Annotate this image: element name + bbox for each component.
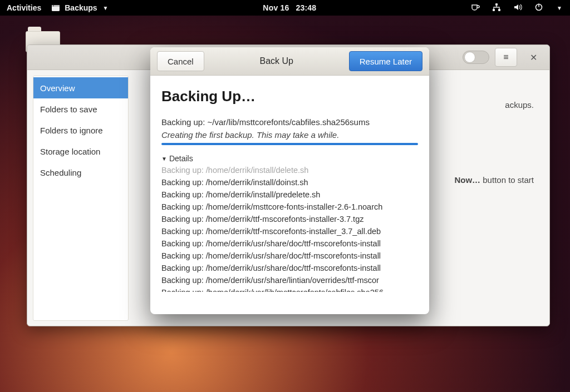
close-icon: ✕ [530,52,537,63]
log-line: Backing up: /home/derrik/msttcore-fonts-… [161,201,418,213]
active-app-label: Backups [65,3,97,12]
log-line: Backing up: /home/derrik/usr/share/doc/t… [161,237,418,250]
sidebar-item-scheduling[interactable]: Scheduling [33,162,128,183]
log-line: Backing up: /home/derrik/ttf-mscorefonts… [161,225,418,237]
power-icon[interactable] [534,3,543,13]
sidebar-item-overview[interactable]: Overview [33,77,128,98]
log-line: Backing up: /home/derrik/ttf-mscorefonts… [161,213,418,225]
status-line: Creating the first backup. This may take… [161,130,418,140]
cancel-button[interactable]: Cancel [157,51,204,71]
chevron-down-icon: ▼ [103,5,109,11]
dialog-heading: Backing Up… [161,88,418,105]
hamburger-menu-button[interactable]: ≡ [495,48,517,67]
network-icon[interactable] [492,3,501,13]
log-line: Backing up: /home/derrik/usr/share/doc/t… [161,250,418,262]
dialog-title: Back Up [260,56,293,66]
auto-backup-switch[interactable] [463,51,489,64]
log-line: Backing up: /home/derrik/usr/share/doc/t… [161,262,418,274]
log-line: Backing up: /home/derrik/install/doinst.… [161,176,418,188]
sidebar: Overview Folders to save Folders to igno… [33,76,129,321]
gnome-topbar: Activities Backups ▼ Nov 16 23:48 ▼ [0,0,570,16]
deja-dup-icon [51,3,60,12]
log-line: Backing up: /home/derrik/install/delete.… [161,164,418,176]
sidebar-item-folders-to-save[interactable]: Folders to save [33,98,128,120]
svg-rect-5 [498,9,500,11]
log-line: Backing up: /home/derrik/install/predele… [161,188,418,201]
current-file-line: Backing up: ~/var/lib/msttcorefonts/cabf… [161,117,418,127]
active-app-menu[interactable]: Backups ▼ [51,3,108,12]
activities-button[interactable]: Activities [7,3,41,12]
log-output: Backing up: /home/derrik/install/delete.… [161,164,418,292]
svg-rect-4 [493,9,495,11]
log-line: Backing up: /home/derrik/usr/share/linti… [161,274,418,286]
details-label: Details [169,154,193,163]
progress-bar [161,143,418,145]
resume-later-button[interactable]: Resume Later [349,51,422,71]
log-line: Backing up: /home/derrik/var/lib/msttcor… [161,286,418,292]
sidebar-item-storage-location[interactable]: Storage location [33,141,128,162]
topbar-time[interactable]: 23:48 [296,3,316,12]
svg-rect-7 [538,3,539,7]
svg-rect-3 [495,3,498,6]
window-close-button[interactable]: ✕ [523,48,544,66]
volume-icon[interactable] [513,3,522,13]
caffeine-icon[interactable] [471,3,480,13]
svg-point-2 [53,6,54,7]
topbar-date[interactable]: Nov 16 [263,3,289,12]
system-menu-chevron-icon[interactable]: ▼ [557,5,562,11]
details-expander[interactable]: ▼ Details [161,154,418,163]
backup-progress-dialog: Cancel Back Up Resume Later Backing Up… … [150,47,429,314]
triangle-down-icon: ▼ [161,156,167,162]
sidebar-item-folders-to-ignore[interactable]: Folders to ignore [33,120,128,141]
dialog-headerbar: Cancel Back Up Resume Later [150,47,429,76]
hamburger-icon: ≡ [503,52,508,62]
